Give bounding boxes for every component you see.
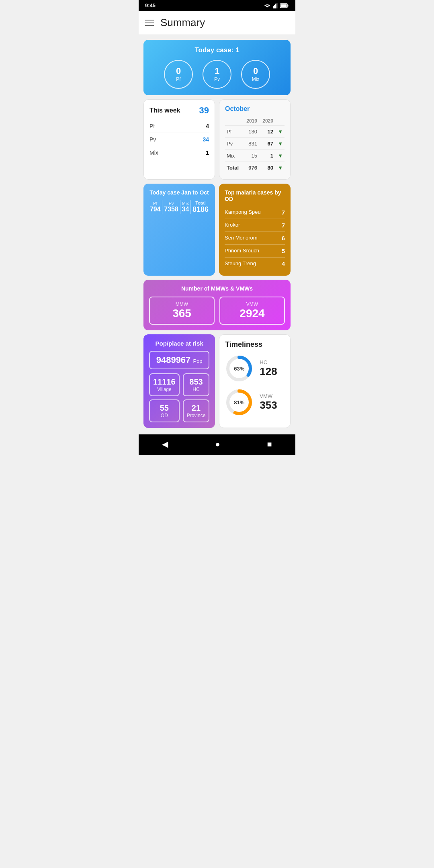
svg-rect-0: [273, 6, 274, 8]
pop-timeliness-row: Pop/place at risk 9489967 Pop 11116 Vill…: [143, 334, 291, 428]
jan-title: Today case Jan to Oct: [149, 189, 209, 196]
home-button[interactable]: ●: [215, 440, 220, 449]
mmw-card: Number of MMWs & VMWs MMW 365 VMW 2924: [143, 280, 291, 330]
today-circles: 0 Pf 1 Pv 0 Mix: [150, 60, 284, 89]
today-mix-circle: 0 Mix: [241, 60, 270, 89]
malaria-row-2: Krokor 7: [225, 219, 285, 232]
top-malaria-card: Top malaria cases by OD Kampong Speu 7 K…: [219, 184, 291, 276]
malaria-row-1: Kampong Speu 7: [225, 206, 285, 219]
this-week-card: This week 39 Pf 4 Pv 34 Mix 1: [143, 99, 215, 180]
mmw-boxes: MMW 365 VMW 2924: [149, 297, 285, 325]
malaria-title: Top malaria cases by OD: [225, 189, 285, 202]
malaria-row-4: Phnom Srouch 5: [225, 245, 285, 258]
jan-mix: Mix 34: [182, 201, 189, 213]
time-display: 9:45: [145, 2, 156, 8]
jan-to-oct-card: Today case Jan to Oct Pf 794 Pv 7358 Mix…: [143, 184, 215, 276]
svg-rect-1: [274, 5, 275, 8]
pop-total-box: 9489967 Pop: [149, 351, 209, 369]
pop-village: 11116 Village: [149, 373, 180, 396]
page-title: Summary: [160, 16, 205, 29]
week-title: This week 39: [149, 105, 209, 116]
battery-icon: [280, 3, 289, 8]
pop-title: Pop/place at risk: [149, 340, 209, 347]
october-table: 2019 2020 Pf 130 12 ▼ Pv 831: [225, 117, 285, 174]
menu-button[interactable]: [145, 18, 154, 28]
status-icons: [264, 3, 289, 8]
status-bar: 9:45: [139, 0, 295, 11]
svg-rect-6: [281, 4, 287, 7]
svg-rect-5: [288, 4, 289, 6]
malaria-row-5: Steung Treng 4: [225, 258, 285, 270]
pop-od: 55 OD: [149, 399, 180, 422]
app-header: Summary: [139, 11, 295, 35]
week-mix-row: Mix 1: [149, 146, 209, 159]
timeliness-title: Timeliness: [225, 340, 285, 349]
oct-pv-row: Pv 831 67 ▼: [225, 138, 285, 150]
vmw-box: VMW 2924: [219, 297, 285, 325]
svg-rect-3: [276, 3, 278, 8]
hc-donut: 63%: [225, 354, 253, 383]
wifi-icon: [264, 3, 270, 8]
svg-rect-2: [275, 4, 276, 8]
main-content: Today case: 1 0 Pf 1 Pv 0 Mix This week …: [139, 35, 295, 433]
jan-pf: Pf 794: [150, 201, 161, 213]
timeliness-hc-row: 63% HC 128: [225, 354, 285, 383]
oct-mix-row: Mix 15 1 ▼: [225, 150, 285, 162]
recent-button[interactable]: ■: [267, 440, 272, 449]
jan-total: Total 8186: [192, 201, 209, 214]
oct-pf-row: Pf 130 12 ▼: [225, 126, 285, 138]
october-card: October 2019 2020 Pf 130 12 ▼: [219, 99, 291, 180]
malaria-row-3: Sen Monorom 6: [225, 232, 285, 245]
jan-malaria-row: Today case Jan to Oct Pf 794 Pv 7358 Mix…: [143, 184, 291, 276]
october-title: October: [225, 105, 285, 113]
week-pv-row: Pv 34: [149, 133, 209, 146]
pop-hc: 853 HC: [183, 373, 210, 396]
jan-row: Pf 794 Pv 7358 Mix 34 Total 8186: [149, 200, 209, 214]
timeliness-card: Timeliness 63% HC 128: [219, 334, 291, 428]
oct-total-row: Total 976 80 ▼: [225, 162, 285, 174]
today-pv-circle: 1 Pv: [203, 60, 231, 89]
today-case-title: Today case: 1: [150, 46, 284, 54]
mmw-box: MMW 365: [149, 297, 215, 325]
pop-card: Pop/place at risk 9489967 Pop 11116 Vill…: [143, 334, 215, 428]
pop-province: 21 Province: [183, 399, 210, 422]
jan-pv: Pv 7358: [164, 201, 178, 213]
pop-grid: 11116 Village 853 HC 55 OD 21 Province: [149, 373, 209, 422]
today-case-card: Today case: 1 0 Pf 1 Pv 0 Mix: [143, 40, 291, 95]
mmw-title: Number of MMWs & VMWs: [149, 285, 285, 292]
back-button[interactable]: ◀: [162, 439, 168, 449]
bottom-nav: ◀ ● ■: [139, 434, 295, 455]
timeliness-vmw-row: 81% VMW 353: [225, 388, 285, 416]
vmw-donut: 81%: [225, 388, 253, 416]
week-pf-row: Pf 4: [149, 120, 209, 133]
signal-icon: [273, 3, 278, 8]
today-pf-circle: 0 Pf: [164, 60, 193, 89]
week-october-row: This week 39 Pf 4 Pv 34 Mix 1 October: [143, 99, 291, 180]
